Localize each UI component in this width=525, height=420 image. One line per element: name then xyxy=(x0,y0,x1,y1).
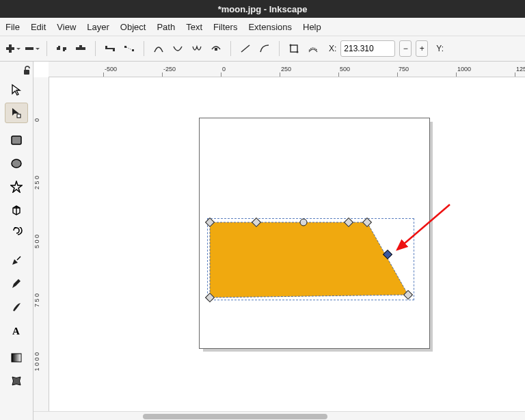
svg-rect-22 xyxy=(12,136,21,144)
svg-rect-1 xyxy=(6,47,14,50)
menu-view[interactable]: View xyxy=(57,22,76,32)
selection-bounding-box xyxy=(207,218,414,300)
star-tool[interactable] xyxy=(5,176,28,197)
ruler-tick: -500 xyxy=(103,62,117,77)
ruler-tick: 5 0 0 xyxy=(33,235,49,248)
svg-rect-11 xyxy=(113,49,115,51)
svg-rect-26 xyxy=(12,354,21,362)
svg-point-18 xyxy=(290,44,292,47)
mesh-tool[interactable] xyxy=(5,371,28,391)
svg-rect-12 xyxy=(124,46,126,48)
svg-line-16 xyxy=(241,45,250,52)
insert-node-button[interactable] xyxy=(5,41,21,56)
svg-point-23 xyxy=(12,159,21,168)
ruler-horizontal[interactable]: -500-250025050075010001250 xyxy=(49,62,525,77)
titlebar: *moon.jpg - Inkscape xyxy=(0,0,525,18)
ruler-tick: 7 5 0 xyxy=(33,293,49,307)
window-title: *moon.jpg - Inkscape xyxy=(218,4,308,14)
ruler-tick: 500 xyxy=(338,62,350,77)
join-node-button[interactable] xyxy=(73,41,88,56)
line-segment-button[interactable] xyxy=(238,41,253,56)
join-segment-button[interactable] xyxy=(103,41,118,56)
menu-bar: File Edit View Layer Object Path Text Fi… xyxy=(0,18,525,36)
svg-point-19 xyxy=(297,51,299,53)
auto-node-button[interactable] xyxy=(208,41,224,56)
menu-edit[interactable]: Edit xyxy=(31,22,46,32)
svg-line-24 xyxy=(17,257,21,260)
path-node[interactable] xyxy=(300,219,308,226)
svg-rect-5 xyxy=(58,46,60,48)
ruler-tick: 0 xyxy=(221,62,226,77)
horizontal-scrollbar[interactable] xyxy=(33,411,525,420)
text-tool[interactable]: A xyxy=(5,320,28,341)
svg-rect-13 xyxy=(132,49,134,51)
ruler-tick: -250 xyxy=(162,62,176,77)
tool-options-bar: X: − + Y: xyxy=(0,36,525,62)
svg-rect-6 xyxy=(63,49,65,51)
menu-extensions[interactable]: Extensions xyxy=(248,22,292,32)
x-decrement-button[interactable]: − xyxy=(399,40,412,57)
ellipse-tool[interactable] xyxy=(5,153,28,174)
x-coord-input[interactable] xyxy=(340,40,395,57)
svg-text:A: A xyxy=(12,326,20,337)
calligraphy-tool[interactable] xyxy=(5,297,28,317)
y-label: Y: xyxy=(436,44,444,53)
object-to-path-button[interactable] xyxy=(286,41,301,56)
spiral-tool[interactable] xyxy=(5,223,28,244)
scrollbar-thumb[interactable] xyxy=(143,414,327,419)
menu-file[interactable]: File xyxy=(5,22,20,32)
menu-path[interactable]: Path xyxy=(157,22,175,32)
canvas[interactable] xyxy=(49,77,525,411)
stroke-to-path-button[interactable] xyxy=(306,41,321,56)
svg-rect-2 xyxy=(25,47,33,50)
pen-tool[interactable] xyxy=(5,250,28,271)
svg-rect-8 xyxy=(79,45,82,48)
node-tool[interactable] xyxy=(5,103,28,123)
ruler-tick: 1000 xyxy=(456,62,471,77)
menu-object[interactable]: Object xyxy=(120,22,146,32)
svg-rect-17 xyxy=(291,45,297,52)
smooth-node-button[interactable] xyxy=(170,41,185,56)
ruler-tick: 1250 xyxy=(515,62,525,77)
lock-icon[interactable] xyxy=(23,66,31,75)
svg-rect-15 xyxy=(215,48,217,51)
ruler-tick: 0 xyxy=(33,118,49,122)
svg-rect-21 xyxy=(17,114,21,118)
toolbox: A xyxy=(0,62,33,420)
rectangle-tool[interactable] xyxy=(5,130,28,150)
menu-filters[interactable]: Filters xyxy=(213,22,237,32)
selector-tool[interactable] xyxy=(5,79,28,100)
ruler-tick: 750 xyxy=(397,62,409,77)
menu-text[interactable]: Text xyxy=(186,22,202,32)
break-node-button[interactable] xyxy=(54,41,69,56)
delete-segment-button[interactable] xyxy=(122,41,137,56)
curve-segment-button[interactable] xyxy=(257,41,272,56)
x-label: X: xyxy=(329,44,336,53)
ruler-tick: 250 xyxy=(280,62,291,77)
canvas-area: -500-250025050075010001250 02 5 05 0 07 … xyxy=(33,62,525,420)
pencil-tool[interactable] xyxy=(5,274,28,294)
ruler-tick: 2 5 0 xyxy=(33,176,49,189)
svg-rect-9 xyxy=(105,48,115,49)
menu-layer[interactable]: Layer xyxy=(87,22,109,32)
gradient-tool[interactable] xyxy=(5,347,28,368)
svg-rect-20 xyxy=(24,70,29,75)
3dbox-tool[interactable] xyxy=(5,200,28,220)
symmetric-node-button[interactable] xyxy=(189,41,204,56)
delete-node-button[interactable] xyxy=(25,41,40,56)
menu-help[interactable]: Help xyxy=(303,22,321,32)
ruler-tick: 1 0 0 0 xyxy=(33,352,49,371)
ruler-vertical[interactable]: 02 5 05 0 07 5 01 0 0 0 xyxy=(33,77,49,411)
svg-rect-10 xyxy=(105,46,107,48)
workspace: A -500-250025050075010001250 02 5 05 0 0… xyxy=(0,62,525,420)
x-increment-button[interactable]: + xyxy=(416,40,428,57)
svg-line-14 xyxy=(126,47,132,50)
cusp-node-button[interactable] xyxy=(151,41,166,56)
